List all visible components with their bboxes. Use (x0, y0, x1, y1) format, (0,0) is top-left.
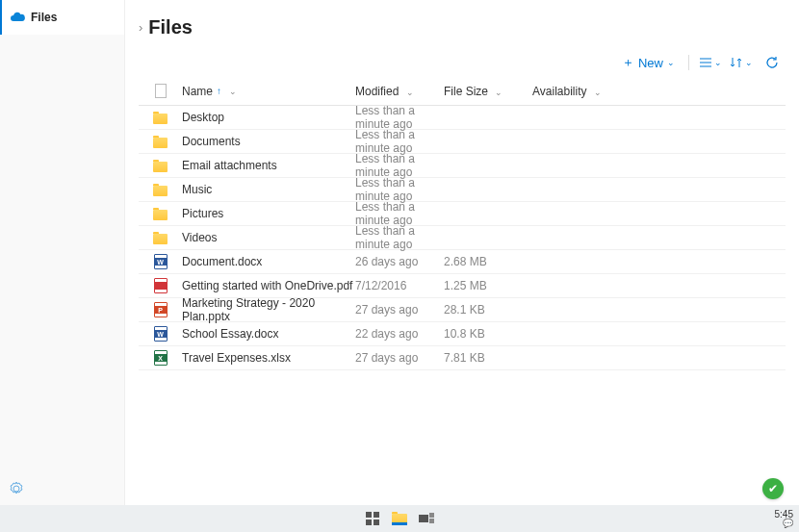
chevron-down-icon[interactable]: ⌄ (594, 88, 602, 97)
row-size: 7.81 KB (444, 351, 532, 365)
row-name: Music (182, 183, 355, 196)
view-button[interactable]: ⌄ (697, 51, 724, 74)
row-icon (139, 350, 182, 366)
chevron-down-icon[interactable]: ⌄ (495, 88, 503, 97)
svg-rect-9 (366, 519, 372, 525)
chevron-down-icon[interactable]: ⌄ (406, 88, 414, 97)
row-modified: Less than a minute ago (355, 128, 444, 155)
sort-button[interactable]: ⌄ (728, 51, 755, 74)
col-name-label: Name (182, 85, 213, 98)
row-icon (139, 136, 182, 148)
svg-rect-7 (366, 512, 372, 518)
row-icon (139, 254, 182, 269)
file-explorer-taskbar-icon[interactable] (391, 510, 408, 527)
col-availability-label: Availability (532, 85, 586, 98)
row-icon (139, 160, 182, 172)
col-availability-header[interactable]: Availability ⌄ (532, 85, 609, 98)
row-size: 1.25 MB (444, 279, 532, 292)
row-icon (139, 112, 182, 124)
chevron-down-icon: ⌄ (667, 58, 675, 67)
row-modified: 27 days ago (355, 351, 444, 365)
pptx-icon (154, 302, 168, 317)
col-size-header[interactable]: File Size ⌄ (444, 85, 532, 98)
row-name: Desktop (182, 111, 355, 124)
folder-icon (153, 210, 168, 220)
folder-icon (153, 234, 168, 244)
table-row[interactable]: DocumentsLess than a minute ago (139, 130, 786, 154)
row-icon (139, 278, 182, 293)
folder-icon (153, 138, 168, 148)
table-row[interactable]: Travel Expenses.xlsx27 days ago7.81 KB (139, 346, 786, 370)
sidebar-item-label: Files (31, 11, 57, 24)
table-row[interactable]: Marketing Strategy - 2020 Plan.pptx27 da… (139, 298, 786, 322)
sidebar-item-files[interactable]: Files (0, 0, 124, 35)
row-modified: Less than a minute ago (355, 104, 444, 131)
header: › Files (139, 0, 786, 54)
svg-rect-11 (419, 515, 428, 522)
table-row[interactable]: DesktopLess than a minute ago (139, 106, 786, 130)
row-name: Videos (182, 231, 355, 244)
table-header: Name ↑ ⌄ Modified ⌄ File Size ⌄ Availabi… (139, 77, 786, 106)
taskbar: 5:45 💬 (0, 505, 799, 532)
file-table: Name ↑ ⌄ Modified ⌄ File Size ⌄ Availabi… (139, 77, 786, 505)
row-modified: Less than a minute ago (355, 200, 444, 227)
main-pane: › Files ＋ New ⌄ ⌄ ⌄ Name ↑ (125, 0, 799, 505)
row-modified: 22 days ago (355, 327, 444, 341)
col-size-label: File Size (444, 85, 488, 98)
row-icon (139, 232, 182, 244)
row-modified: 7/12/2016 (355, 279, 444, 292)
row-name: Document.docx (182, 255, 355, 268)
row-name: Pictures (182, 207, 355, 220)
clock[interactable]: 5:45 💬 (775, 509, 793, 529)
table-row[interactable]: Getting started with OneDrive.pdf7/12/20… (139, 274, 786, 298)
row-icon (139, 208, 182, 220)
notification-icon[interactable]: 💬 (775, 519, 793, 529)
folder-icon (153, 162, 168, 172)
task-view-icon[interactable] (418, 510, 435, 527)
svg-rect-12 (429, 513, 434, 518)
folder-icon (153, 114, 168, 124)
new-button[interactable]: ＋ New ⌄ (616, 52, 681, 73)
new-button-label: New (638, 56, 663, 70)
xlsx-icon (154, 350, 168, 366)
svg-rect-8 (374, 512, 379, 518)
table-row[interactable]: Email attachmentsLess than a minute ago (139, 154, 786, 178)
table-row[interactable]: School Essay.docx22 days ago10.8 KB (139, 322, 786, 346)
sync-status-badge[interactable]: ✔ (762, 478, 784, 499)
file-icon (155, 84, 167, 98)
row-icon (139, 302, 182, 317)
row-name: Documents (182, 135, 355, 148)
settings-button[interactable] (8, 480, 25, 497)
row-size: 28.1 KB (444, 303, 532, 317)
breadcrumb-chevron-icon[interactable]: › (139, 20, 142, 35)
svg-rect-10 (374, 519, 379, 525)
folder-icon (153, 186, 168, 196)
row-icon (139, 184, 182, 196)
row-modified: Less than a minute ago (355, 152, 444, 179)
row-modified: 27 days ago (355, 303, 444, 317)
col-modified-label: Modified (355, 85, 399, 98)
row-icon (139, 326, 182, 342)
table-row[interactable]: MusicLess than a minute ago (139, 178, 786, 202)
chevron-down-icon: ⌄ (745, 58, 753, 67)
col-name-header[interactable]: Name ↑ ⌄ (182, 85, 355, 98)
sidebar: Files (0, 0, 125, 505)
refresh-button[interactable] (759, 51, 786, 74)
toolbar: ＋ New ⌄ ⌄ ⌄ (139, 54, 786, 77)
row-name: Email attachments (182, 159, 355, 172)
row-name: School Essay.docx (182, 327, 355, 341)
chevron-down-icon[interactable]: ⌄ (229, 87, 237, 96)
docx-icon (154, 254, 168, 269)
table-row[interactable]: VideosLess than a minute ago (139, 226, 786, 250)
svg-rect-13 (429, 519, 434, 523)
chevron-down-icon: ⌄ (714, 58, 722, 67)
table-row[interactable]: PicturesLess than a minute ago (139, 202, 786, 226)
start-button[interactable] (364, 510, 381, 527)
docx-icon (154, 326, 168, 342)
col-modified-header[interactable]: Modified ⌄ (355, 85, 444, 98)
toolbar-separator (688, 55, 689, 70)
row-size: 10.8 KB (444, 327, 532, 341)
table-row[interactable]: Document.docx26 days ago2.68 MB (139, 250, 786, 274)
sort-asc-icon: ↑ (217, 86, 221, 96)
row-modified: Less than a minute ago (355, 176, 444, 203)
